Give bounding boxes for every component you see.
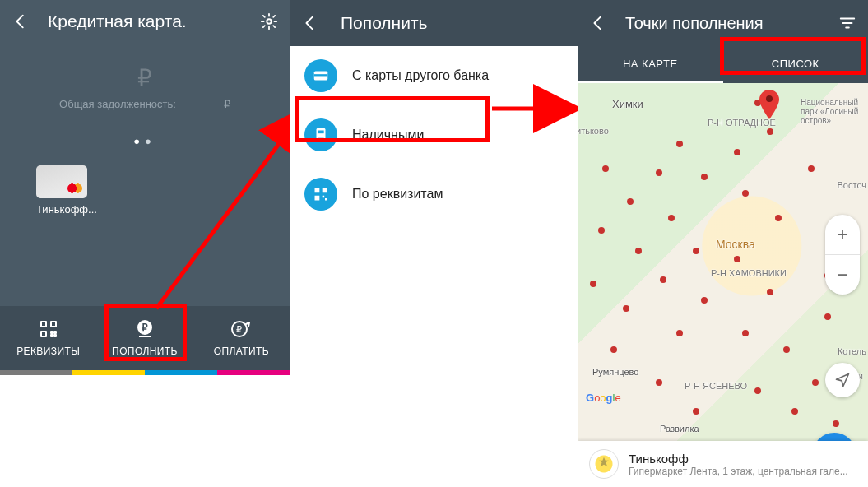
card-thumbnail[interactable]: Тинькофф... [36, 165, 100, 216]
screen-topup-points: Точки пополнения НА КАРТЕ СПИСОК Химки Н… [578, 0, 868, 487]
screen-credit-card: Кредитная карта. ₽ Общая задолженность: … [0, 0, 290, 487]
balance-currency: ₽ [0, 64, 290, 91]
zoom-control: + − [825, 215, 860, 295]
action-pay-label: ОПЛАТИТЬ [214, 346, 269, 357]
back-icon[interactable] [12, 12, 30, 30]
map-label-yasenevo: Р-Н ЯСЕНЕВО [685, 381, 747, 391]
locate-button[interactable] [825, 363, 860, 397]
map-label-vostoch: Восточ [838, 180, 866, 190]
place-card[interactable]: Тинькофф Гипермаркет Лента, 1 этаж, цент… [578, 441, 868, 487]
place-subtitle: Гипермаркет Лента, 1 этаж, центральная г… [629, 466, 848, 477]
svg-point-13 [766, 95, 773, 102]
debt-currency: ₽ [224, 98, 230, 110]
place-brand-icon [589, 449, 619, 479]
highlight-topup [104, 304, 187, 361]
brand-strip [0, 370, 290, 375]
map-pin-selected[interactable] [759, 90, 780, 119]
place-name: Тинькофф [629, 452, 848, 466]
map-label-national-park: Национальный парк «Лосиный остров» [801, 98, 865, 125]
settings-icon[interactable] [260, 12, 278, 30]
card-icon [304, 59, 337, 92]
qr-icon [0, 318, 96, 341]
option-by-requisites[interactable]: По реквизитам [290, 165, 578, 224]
page-indicator: ●● [0, 135, 290, 147]
screen2-title: Пополнить [341, 13, 428, 33]
map-label-khimki: Химки [612, 98, 643, 110]
action-pay[interactable]: ₽ ОПЛАТИТЬ [193, 306, 290, 370]
back-icon[interactable] [301, 14, 319, 32]
debt-row: Общая задолженность: ₽ [0, 98, 290, 110]
map-label-mitkovo: итьково [578, 126, 609, 136]
map-attribution: Google [586, 392, 621, 404]
map-label-khamovniki: Р-Н ХАМОВНИКИ [711, 268, 787, 278]
map-label-kotel: Котель [838, 346, 866, 356]
action-requisites[interactable]: РЕКВИЗИТЫ [0, 306, 96, 370]
screen3-title: Точки пополнения [625, 14, 820, 33]
highlight-cash [295, 96, 490, 142]
debt-label: Общая задолженность: [59, 98, 176, 110]
zoom-out-button[interactable]: − [825, 255, 860, 295]
svg-text:₽: ₽ [237, 324, 243, 334]
card-name: Тинькофф... [36, 203, 100, 216]
svg-point-0 [267, 19, 272, 24]
tab-map[interactable]: НА КАРТЕ [578, 46, 723, 83]
screen-topup: Пополнить С карты другого банка Наличным… [290, 0, 578, 487]
credit-card-panel: Кредитная карта. ₽ Общая задолженность: … [0, 0, 290, 370]
screen1-title: Кредитная карта. [48, 12, 242, 31]
highlight-list [720, 37, 866, 75]
svg-rect-8 [314, 74, 328, 76]
pay-arrow-icon: ₽ [193, 318, 290, 341]
map-label-moscow: Москва [716, 238, 755, 251]
map-view[interactable]: Химки Национальный парк «Лосиный остров»… [578, 83, 868, 445]
filter-icon[interactable] [838, 14, 856, 32]
tab-map-label: НА КАРТЕ [623, 58, 678, 70]
option-requisites-label: По реквизитам [352, 187, 443, 202]
map-label-razvilka: Развилка [660, 424, 699, 434]
map-label-rumyantsevo: Румянцево [592, 367, 638, 377]
action-requisites-label: РЕКВИЗИТЫ [16, 346, 80, 357]
zoom-in-button[interactable]: + [825, 215, 860, 254]
option-other-bank-label: С карты другого банка [352, 68, 489, 83]
card-image [36, 165, 87, 198]
back-icon[interactable] [589, 14, 607, 32]
qr-icon [304, 178, 337, 211]
